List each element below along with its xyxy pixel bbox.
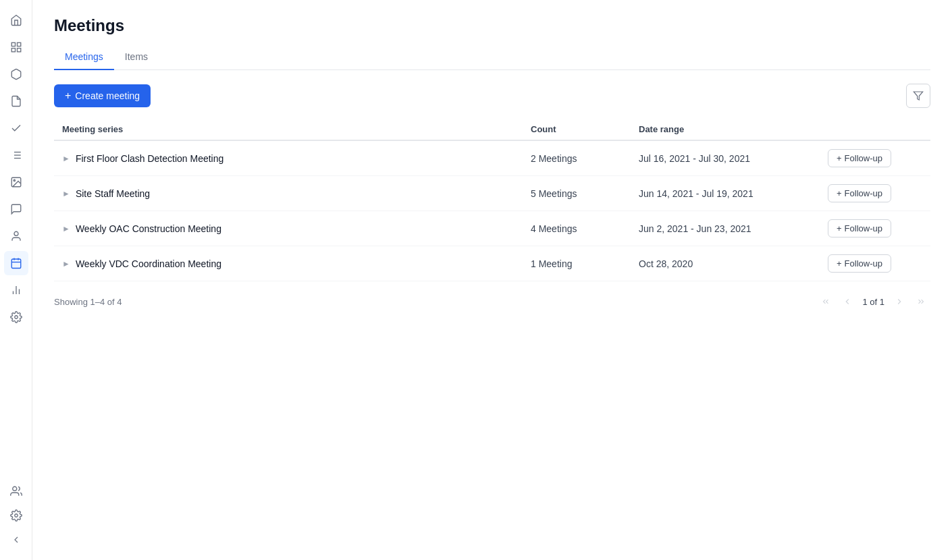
svg-rect-0: [11, 43, 15, 46]
svg-marker-23: [914, 92, 922, 100]
row-date-2: Jun 14, 2021 - Jul 19, 2021: [639, 188, 828, 199]
followup-label-3: Follow-up: [845, 223, 882, 233]
table-footer: Showing 1–4 of 4 1 of 1: [54, 281, 930, 311]
col-header-date-range: Date range: [639, 124, 828, 134]
expand-icon-1[interactable]: ►: [62, 154, 70, 163]
meeting-name-1: First Floor Clash Detection Meeting: [76, 153, 223, 164]
row-name-2: ► Site Staff Meeting: [62, 188, 531, 199]
sidebar: [0, 0, 32, 560]
sidebar-item-team[interactable]: [4, 479, 28, 503]
row-count-2: 5 Meetings: [531, 188, 639, 199]
sidebar-item-document[interactable]: [4, 89, 28, 113]
row-date-1: Jul 16, 2021 - Jul 30, 2021: [639, 153, 828, 164]
showing-text: Showing 1–4 of 4: [54, 297, 122, 307]
col-header-action: [828, 124, 922, 134]
sidebar-item-person[interactable]: [4, 224, 28, 248]
col-header-count: Count: [531, 124, 639, 134]
filter-icon: [913, 90, 924, 101]
meeting-name-3: Weekly OAC Construction Meeting: [76, 223, 221, 234]
sidebar-item-meetings[interactable]: [4, 251, 28, 275]
followup-button-3[interactable]: + Follow-up: [828, 219, 891, 237]
expand-icon-4[interactable]: ►: [62, 259, 70, 269]
svg-point-22: [14, 514, 18, 517]
pagination-prev[interactable]: [838, 292, 857, 311]
svg-rect-13: [11, 259, 21, 269]
row-action-3: + Follow-up: [828, 219, 922, 237]
sidebar-item-image[interactable]: [4, 170, 28, 194]
followup-label-4: Follow-up: [845, 258, 882, 269]
svg-rect-3: [17, 49, 20, 52]
pagination: 1 of 1: [816, 292, 930, 311]
filter-button[interactable]: [906, 84, 930, 108]
row-name-1: ► First Floor Clash Detection Meeting: [62, 153, 531, 164]
followup-button-4[interactable]: + Follow-up: [828, 254, 891, 273]
row-action-4: + Follow-up: [828, 254, 922, 273]
svg-point-21: [12, 486, 16, 491]
sidebar-collapse-button[interactable]: [4, 528, 28, 552]
sidebar-item-list[interactable]: [4, 143, 28, 167]
expand-icon-3[interactable]: ►: [62, 224, 70, 233]
tabs: Meetings Items: [54, 46, 930, 70]
create-meeting-button[interactable]: + Create meeting: [54, 84, 151, 107]
plus-icon-followup-4: +: [837, 258, 842, 269]
sidebar-item-settings[interactable]: [4, 503, 28, 528]
tab-items[interactable]: Items: [114, 46, 159, 70]
row-name-3: ► Weekly OAC Construction Meeting: [62, 223, 531, 234]
row-date-4: Oct 28, 2020: [639, 258, 828, 269]
sidebar-item-home[interactable]: [4, 8, 28, 32]
plus-icon-followup-3: +: [837, 223, 842, 233]
pagination-first[interactable]: [816, 292, 835, 311]
meeting-name-2: Site Staff Meeting: [76, 188, 150, 199]
sidebar-item-grid[interactable]: [4, 35, 28, 59]
svg-rect-1: [17, 43, 20, 46]
table-header: Meeting series Count Date range: [54, 119, 930, 141]
svg-point-20: [14, 316, 18, 319]
plus-icon-followup-1: +: [837, 153, 842, 163]
row-date-3: Jun 2, 2021 - Jun 23, 2021: [639, 223, 828, 234]
meetings-table: Meeting series Count Date range ► First …: [54, 119, 930, 544]
svg-point-12: [14, 231, 18, 235]
followup-label-1: Follow-up: [845, 153, 882, 163]
row-name-4: ► Weekly VDC Coordination Meeting: [62, 258, 531, 269]
page-info: 1 of 1: [860, 297, 887, 307]
row-count-3: 4 Meetings: [531, 223, 639, 234]
row-action-2: + Follow-up: [828, 184, 922, 202]
plus-icon: +: [65, 90, 71, 102]
table-row: ► First Floor Clash Detection Meeting 2 …: [54, 141, 930, 176]
sidebar-item-comment[interactable]: [4, 197, 28, 221]
page-title: Meetings: [54, 16, 930, 35]
svg-point-11: [14, 179, 15, 181]
meeting-name-4: Weekly VDC Coordination Meeting: [76, 258, 221, 269]
toolbar: + Create meeting: [54, 84, 930, 108]
row-count-4: 1 Meeting: [531, 258, 639, 269]
expand-icon-2[interactable]: ►: [62, 189, 70, 198]
sidebar-item-chart[interactable]: [4, 278, 28, 302]
col-header-meeting-series: Meeting series: [62, 124, 531, 134]
pagination-last[interactable]: [911, 292, 930, 311]
table-row: ► Weekly VDC Coordination Meeting 1 Meet…: [54, 246, 930, 281]
sidebar-item-checkmark[interactable]: [4, 116, 28, 140]
plus-icon-followup-2: +: [837, 188, 842, 198]
table-row: ► Site Staff Meeting 5 Meetings Jun 14, …: [54, 176, 930, 211]
row-count-1: 2 Meetings: [531, 153, 639, 164]
sidebar-item-cog[interactable]: [4, 305, 28, 329]
followup-button-1[interactable]: + Follow-up: [828, 149, 891, 167]
followup-button-2[interactable]: + Follow-up: [828, 184, 891, 202]
main-content: Meetings Meetings Items + Create meeting…: [32, 0, 952, 560]
sidebar-item-box[interactable]: [4, 62, 28, 86]
row-action-1: + Follow-up: [828, 149, 922, 167]
followup-label-2: Follow-up: [845, 188, 882, 198]
tab-meetings[interactable]: Meetings: [54, 46, 114, 70]
table-row: ► Weekly OAC Construction Meeting 4 Meet…: [54, 211, 930, 246]
create-meeting-label: Create meeting: [75, 90, 140, 101]
pagination-next[interactable]: [890, 292, 909, 311]
svg-rect-2: [11, 49, 15, 52]
